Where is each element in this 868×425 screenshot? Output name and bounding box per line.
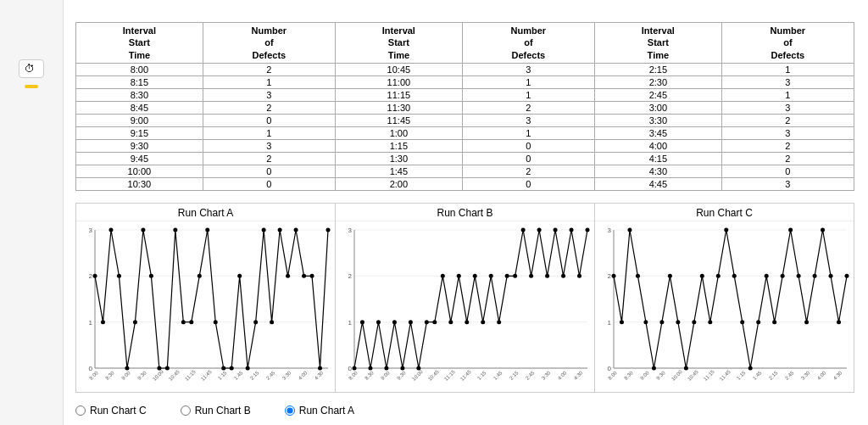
svg-point-82 [368,366,372,370]
svg-point-32 [149,274,153,278]
svg-point-158 [797,274,801,278]
main-content: IntervalStartTime NumberofDefects Interv… [64,0,868,425]
data-table: IntervalStartTime NumberofDefects Interv… [75,22,854,191]
svg-point-100 [513,274,517,278]
svg-point-109 [586,227,590,232]
svg-point-154 [765,274,769,278]
svg-text:3: 3 [608,226,612,234]
svg-point-51 [302,274,306,278]
svg-point-160 [813,274,817,278]
svg-text:9:00: 9:00 [120,370,131,381]
chart-c-body: 01238:008:309:009:3010:0010:4511:1511:45… [595,221,854,392]
col-header-2: NumberofDefects [203,23,335,64]
svg-point-106 [561,274,565,278]
radio-label-c[interactable]: Run Chart C [75,405,147,417]
svg-point-142 [668,274,672,278]
svg-point-143 [676,320,680,324]
svg-text:3: 3 [89,226,93,234]
charts-container: Run Chart A 01238:008:309:009:3010:0010:… [75,203,854,393]
svg-point-136 [620,320,624,324]
chart-b-svg: 01238:008:309:009:3010:0010:4511:1511:45… [336,221,594,392]
table-cell: 9:00 [76,114,203,126]
svg-text:1:15: 1:15 [736,370,747,381]
radio-chart-a[interactable] [285,405,295,416]
svg-text:10:00: 10:00 [411,369,424,382]
svg-point-44 [246,366,250,370]
table-cell: 0 [462,139,594,152]
radio-label-b[interactable]: Run Chart B [181,405,251,417]
svg-point-140 [652,366,656,370]
table-cell: 2 [203,101,335,114]
svg-text:10:00: 10:00 [152,369,164,382]
svg-point-84 [384,366,388,370]
svg-point-90 [432,320,437,324]
table-cell: 9:15 [76,126,203,139]
svg-point-146 [700,274,704,278]
svg-point-97 [489,274,493,278]
table-cell: 2 [721,152,854,165]
svg-text:10:45: 10:45 [687,369,699,382]
table-cell: 1 [203,75,335,88]
svg-text:4:30: 4:30 [832,370,843,381]
table-cell: 2:45 [594,88,721,101]
svg-text:8:30: 8:30 [623,370,634,381]
svg-point-48 [278,227,282,232]
svg-point-96 [481,320,485,324]
svg-point-95 [473,274,477,278]
table-cell: 1 [462,126,594,139]
svg-text:4:30: 4:30 [314,370,325,381]
table-row: 9:1511:0013:453 [76,126,854,139]
table-cell: 3 [721,101,854,114]
svg-point-87 [409,320,413,324]
chart-panel-c: Run Chart C 01238:008:309:009:3010:0010:… [595,204,854,392]
svg-point-139 [643,320,648,324]
table-cell: 10:30 [76,177,203,190]
svg-point-156 [781,274,785,278]
svg-text:11:15: 11:15 [443,369,456,382]
svg-text:1:15: 1:15 [476,370,487,381]
svg-text:2: 2 [89,272,93,280]
svg-point-83 [376,320,381,324]
svg-point-98 [497,320,501,324]
svg-point-80 [353,366,357,370]
radio-options: Run Chart C Run Chart B Run Chart A [75,401,854,417]
table-cell: 0 [462,177,594,190]
col-header-1: IntervalStartTime [76,23,203,64]
table-cell: 2:30 [594,75,721,88]
table-cell: 1:30 [335,152,462,165]
radio-a-text: Run Chart A [299,405,354,417]
radio-label-a[interactable]: Run Chart A [285,405,354,417]
svg-point-86 [400,366,404,370]
table-cell: 11:00 [335,75,462,88]
svg-text:2:15: 2:15 [249,370,260,381]
table-cell: 8:30 [76,88,203,101]
svg-point-43 [237,274,242,278]
radio-chart-c[interactable] [75,405,86,416]
svg-text:1: 1 [89,319,93,327]
svg-point-155 [772,320,776,324]
timer-badge: ⏱ [19,59,44,78]
table-row: 8:45211:3023:003 [76,101,854,114]
svg-text:10:45: 10:45 [427,369,440,382]
radio-chart-b[interactable] [181,405,191,416]
table-cell: 3:45 [594,126,721,139]
table-cell: 3 [203,88,335,101]
svg-point-28 [117,274,121,278]
svg-text:11:45: 11:45 [200,369,213,382]
table-cell: 0 [203,165,335,177]
svg-point-141 [659,320,664,324]
svg-point-33 [157,366,161,370]
svg-text:11:45: 11:45 [719,369,732,382]
svg-text:4:00: 4:00 [557,370,568,381]
table-cell: 2 [721,114,854,126]
svg-text:11:15: 11:15 [184,369,197,382]
table-cell: 4:30 [594,165,721,177]
table-row: 9:4521:3004:152 [76,152,854,165]
svg-text:0: 0 [89,365,93,372]
svg-text:0: 0 [348,365,353,372]
table-cell: 3 [721,177,854,190]
col-header-4: NumberofDefects [462,23,594,64]
table-cell: 3:00 [594,101,721,114]
svg-point-85 [392,320,397,324]
svg-point-41 [221,366,225,370]
